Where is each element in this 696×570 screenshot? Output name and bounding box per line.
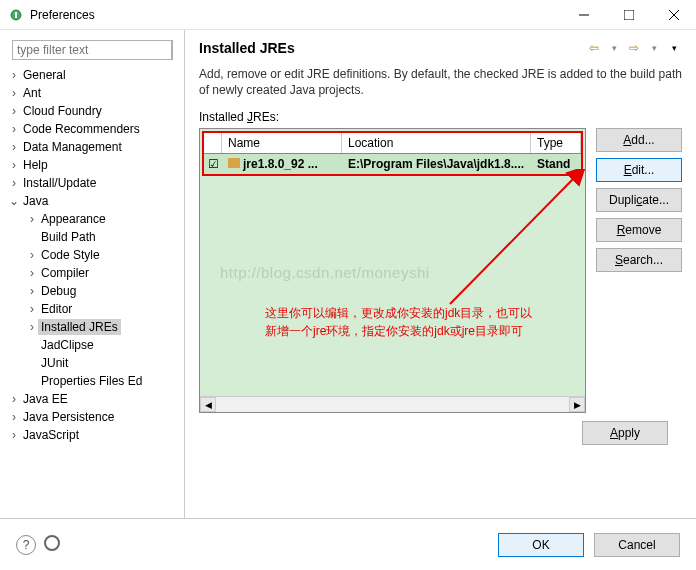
tree-item-debug[interactable]: ›Debug [4, 282, 180, 300]
tree-item-installed-jres[interactable]: ›Installed JREs [4, 318, 180, 336]
tree-item-help[interactable]: ›Help [4, 156, 180, 174]
tree-item-label: JadClipse [38, 337, 97, 353]
tree-item-properties-files-ed[interactable]: Properties Files Ed [4, 372, 180, 390]
tree-arrow-icon[interactable]: › [8, 428, 20, 442]
tree-arrow-icon[interactable]: › [26, 302, 38, 316]
tree-item-label: Help [20, 157, 51, 173]
tree-arrow-icon[interactable]: › [8, 86, 20, 100]
col-name[interactable]: Name [222, 133, 342, 153]
tree-item-compiler[interactable]: ›Compiler [4, 264, 180, 282]
jre-checkbox[interactable]: ☑ [204, 154, 222, 174]
filter-clear-button[interactable] [172, 40, 173, 60]
tree-item-label: Editor [38, 301, 75, 317]
apply-button[interactable]: Apply [582, 421, 668, 445]
table-row[interactable]: ☑ jre1.8.0_92 ... E:\Program Files\Java\… [204, 154, 581, 174]
tree-arrow-icon[interactable]: › [8, 68, 20, 82]
tree-arrow-icon[interactable]: › [26, 320, 38, 334]
page-title: Installed JREs [199, 40, 586, 56]
maximize-button[interactable] [606, 0, 651, 29]
tree-item-label: Installed JREs [38, 319, 121, 335]
tree-arrow-icon[interactable]: › [8, 410, 20, 424]
forward-icon[interactable]: ⇨ [626, 41, 642, 55]
jre-icon [228, 158, 240, 168]
tree-item-label: Ant [20, 85, 44, 101]
tree-item-install-update[interactable]: ›Install/Update [4, 174, 180, 192]
add-button[interactable]: Add... [596, 128, 682, 152]
help-icon[interactable]: ? [16, 535, 36, 555]
tree-item-label: JUnit [38, 355, 71, 371]
jre-type: Stand [531, 154, 581, 174]
tree-item-label: JavaScript [20, 427, 82, 443]
tree-item-data-management[interactable]: ›Data Management [4, 138, 180, 156]
tree-item-java-ee[interactable]: ›Java EE [4, 390, 180, 408]
sidebar: ›General›Ant›Cloud Foundry›Code Recommen… [0, 30, 185, 518]
tree-item-ant[interactable]: ›Ant [4, 84, 180, 102]
edit-button[interactable]: Edit... [596, 158, 682, 182]
tree-item-label: Data Management [20, 139, 125, 155]
tree-item-general[interactable]: ›General [4, 66, 180, 84]
svg-rect-3 [624, 10, 634, 20]
tree-item-java[interactable]: ⌄Java [4, 192, 180, 210]
app-icon [8, 7, 24, 23]
tree-item-label: Compiler [38, 265, 92, 281]
ok-button[interactable]: OK [498, 533, 584, 557]
remove-button[interactable]: Remove [596, 218, 682, 242]
tree-item-label: Java [20, 193, 51, 209]
jre-table[interactable]: Name Location Type ☑ jre1.8.0_92 ... E:\… [199, 128, 586, 413]
tree-item-code-recommenders[interactable]: ›Code Recommenders [4, 120, 180, 138]
window-title: Preferences [30, 8, 561, 22]
tree-item-label: Debug [38, 283, 79, 299]
forward-menu-icon[interactable]: ▾ [646, 43, 662, 53]
back-icon[interactable]: ⇦ [586, 41, 602, 55]
cancel-button[interactable]: Cancel [594, 533, 680, 557]
tree-item-label: Install/Update [20, 175, 99, 191]
watermark: http://blog.csdn.net/moneyshi [220, 264, 430, 281]
tree-arrow-icon[interactable]: › [26, 284, 38, 298]
tree-item-appearance[interactable]: ›Appearance [4, 210, 180, 228]
tree-item-label: Cloud Foundry [20, 103, 105, 119]
tree-item-jadclipse[interactable]: JadClipse [4, 336, 180, 354]
nav-icons: ⇦ ▾ ⇨ ▾ ▾ [586, 41, 682, 55]
tree-item-editor[interactable]: ›Editor [4, 300, 180, 318]
filter-input[interactable] [12, 40, 172, 60]
tree-item-cloud-foundry[interactable]: ›Cloud Foundry [4, 102, 180, 120]
tree[interactable]: ›General›Ant›Cloud Foundry›Code Recommen… [0, 66, 184, 518]
search-button[interactable]: Search... [596, 248, 682, 272]
close-button[interactable] [651, 0, 696, 29]
titlebar: Preferences [0, 0, 696, 30]
tree-item-label: Appearance [38, 211, 109, 227]
tree-arrow-icon[interactable]: › [8, 140, 20, 154]
tree-item-label: Java Persistence [20, 409, 117, 425]
tree-arrow-icon[interactable]: › [8, 122, 20, 136]
tree-item-javascript[interactable]: ›JavaScript [4, 426, 180, 444]
minimize-button[interactable] [561, 0, 606, 29]
tree-arrow-icon[interactable]: › [26, 248, 38, 262]
duplicate-button[interactable]: Duplicate... [596, 188, 682, 212]
tree-item-build-path[interactable]: Build Path [4, 228, 180, 246]
tree-arrow-icon[interactable]: › [26, 212, 38, 226]
tree-item-label: Build Path [38, 229, 99, 245]
import-export-icon[interactable] [44, 535, 60, 551]
back-menu-icon[interactable]: ▾ [606, 43, 622, 53]
tree-item-label: Code Recommenders [20, 121, 143, 137]
col-location[interactable]: Location [342, 133, 531, 153]
jre-name: jre1.8.0_92 ... [222, 154, 342, 174]
tree-item-junit[interactable]: JUnit [4, 354, 180, 372]
horizontal-scrollbar[interactable]: ◀▶ [200, 396, 585, 412]
tree-item-java-persistence[interactable]: ›Java Persistence [4, 408, 180, 426]
tree-arrow-icon[interactable]: › [8, 176, 20, 190]
table-label: Installed JREs: [199, 110, 682, 124]
tree-item-label: Properties Files Ed [38, 373, 145, 389]
svg-rect-1 [15, 12, 17, 18]
tree-item-code-style[interactable]: ›Code Style [4, 246, 180, 264]
jre-location: E:\Program Files\Java\jdk1.8.... [342, 154, 531, 174]
main-panel: Installed JREs ⇦ ▾ ⇨ ▾ ▾ Add, remove or … [185, 30, 696, 518]
menu-icon[interactable]: ▾ [666, 43, 682, 53]
tree-arrow-icon[interactable]: › [8, 392, 20, 406]
tree-arrow-icon[interactable]: ⌄ [8, 194, 20, 208]
tree-arrow-icon[interactable]: › [26, 266, 38, 280]
tree-arrow-icon[interactable]: › [8, 104, 20, 118]
col-type[interactable]: Type [531, 133, 581, 153]
annotation-text: 这里你可以编辑，更改成你安装的jdk目录，也可以 新增一个jre环境，指定你安装… [265, 304, 532, 340]
tree-arrow-icon[interactable]: › [8, 158, 20, 172]
